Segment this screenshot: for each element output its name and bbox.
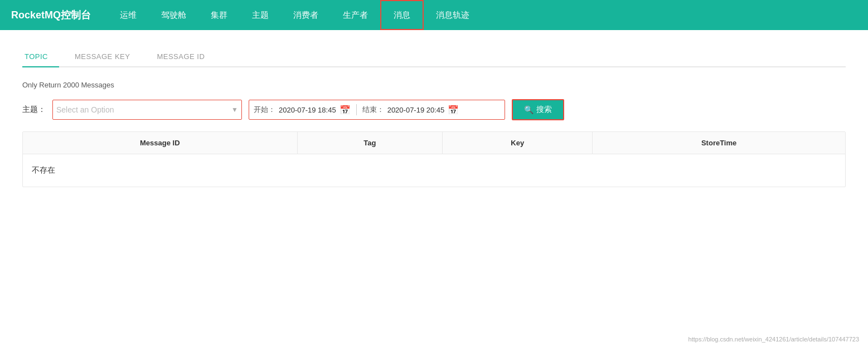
tab-topic[interactable]: TOPIC [22, 47, 59, 67]
search-form: 主题： Select an Option ▼ 开始： 2020-07-19 18… [22, 99, 846, 120]
subtitle: Only Return 2000 Messages [22, 81, 846, 89]
empty-row: 不存在 [23, 154, 845, 187]
start-value: 2020-07-19 18:45 [279, 106, 336, 114]
main-content: TOPIC MESSAGE KEY MESSAGE ID Only Return… [0, 30, 868, 198]
end-calendar-icon[interactable]: 📅 [448, 105, 459, 115]
end-label: 结束： [362, 105, 384, 115]
tab-message-key[interactable]: MESSAGE KEY [72, 47, 141, 67]
nav-item-xiaofeizhe[interactable]: 消费者 [281, 0, 331, 30]
date-range: 开始： 2020-07-19 18:45 📅 结束： 2020-07-19 20… [249, 100, 505, 120]
nav-item-jiqun[interactable]: 集群 [198, 0, 240, 30]
tab-bar: TOPIC MESSAGE KEY MESSAGE ID [22, 47, 846, 67]
topic-label: 主题： [22, 105, 46, 115]
nav-item-zhuti[interactable]: 主题 [240, 0, 281, 30]
divider [356, 104, 357, 115]
nav-item-xiaoxguiji[interactable]: 消息轨迹 [424, 0, 482, 30]
dropdown-icon: ▼ [231, 106, 238, 114]
tab-message-id[interactable]: MESSAGE ID [154, 47, 216, 67]
nav-item-yunwei[interactable]: 运维 [108, 0, 149, 30]
brand: RocketMQ控制台 [11, 8, 91, 22]
end-value: 2020-07-19 20:45 [387, 106, 445, 114]
results-table: Message ID Tag Key StoreTime 不存在 [23, 132, 845, 187]
topic-select[interactable]: Select an Option [56, 105, 231, 114]
col-message-id: Message ID [23, 132, 297, 154]
search-label: 搜索 [536, 105, 552, 115]
start-label: 开始： [254, 105, 275, 115]
col-storetime: StoreTime [593, 132, 845, 154]
col-tag: Tag [297, 132, 443, 154]
col-key: Key [443, 132, 593, 154]
nav-item-shengchanzhe[interactable]: 生产者 [331, 0, 380, 30]
topic-select-wrapper[interactable]: Select an Option ▼ [52, 100, 242, 120]
navbar: RocketMQ控制台 运维 驾驶舱 集群 主题 消费者 生产者 消息 消息轨迹 [0, 0, 868, 30]
nav-item-jiashicang[interactable]: 驾驶舱 [149, 0, 198, 30]
search-button[interactable]: 🔍 搜索 [512, 99, 564, 120]
nav-item-xiaox[interactable]: 消息 [380, 0, 424, 30]
start-calendar-icon[interactable]: 📅 [340, 105, 351, 115]
search-icon: 🔍 [524, 105, 534, 114]
results-table-wrapper: Message ID Tag Key StoreTime 不存在 [22, 131, 846, 187]
empty-text: 不存在 [23, 154, 845, 187]
